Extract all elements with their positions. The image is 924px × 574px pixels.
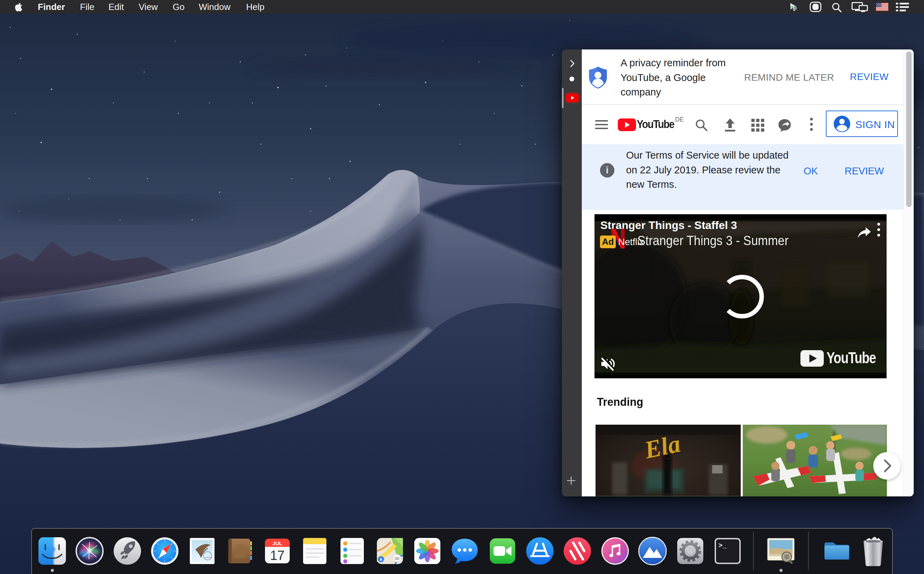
svg-text:JUL: JUL xyxy=(272,540,282,546)
svg-text:>_: >_ xyxy=(718,542,727,550)
svg-text:3D: 3D xyxy=(395,557,400,561)
svg-text:17: 17 xyxy=(270,548,285,563)
